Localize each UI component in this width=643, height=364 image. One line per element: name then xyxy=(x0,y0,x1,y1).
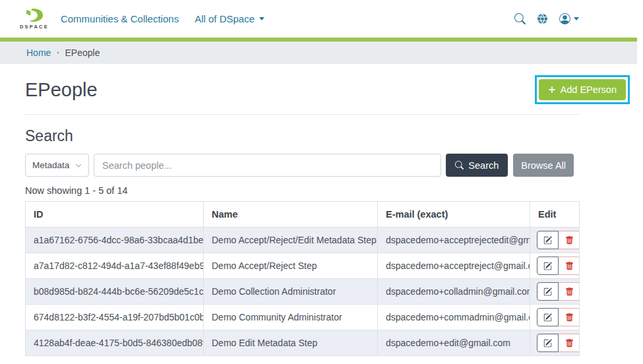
pencil-square-icon xyxy=(543,262,552,270)
eperson-name: Demo Accept/Reject Step xyxy=(204,253,378,279)
pencil-square-icon xyxy=(543,236,552,245)
eperson-name: Demo Community Administrator xyxy=(204,305,378,330)
table-row: 674d8122-b3f2-4554-a19f-207bd5b01c0b Dem… xyxy=(26,305,580,330)
trash-icon xyxy=(565,313,574,322)
breadcrumb-home-link[interactable]: Home xyxy=(26,47,51,58)
eperson-email: dspacedemo+colladmin@gmail.com xyxy=(378,279,530,305)
globe-icon[interactable] xyxy=(537,13,548,24)
search-heading: Search xyxy=(25,127,643,145)
search-scope-value: Metadata xyxy=(32,160,69,170)
search-scope-select[interactable]: Metadata xyxy=(25,154,89,177)
add-eperson-button[interactable]: Add EPerson xyxy=(539,79,626,100)
dspace-logo-text: DSPACE xyxy=(20,24,49,30)
epeople-table: ID Name E-mail (exact) Edit a1a67162-675… xyxy=(25,201,580,356)
eperson-name: Demo Accept/Reject/Edit Metadata Step xyxy=(204,228,378,253)
table-row: a1a67162-6756-4dcc-98a6-33bcaa4d1be6 Dem… xyxy=(26,228,580,253)
chevron-down-icon xyxy=(259,17,264,20)
header-divider xyxy=(25,114,579,115)
eperson-actions xyxy=(530,279,580,305)
page-header: EPeople Add EPerson xyxy=(25,75,630,104)
top-navbar: DSPACE Communities & Collections All of … xyxy=(0,0,643,38)
eperson-actions xyxy=(530,330,580,356)
user-menu[interactable] xyxy=(559,13,579,24)
edit-eperson-button[interactable] xyxy=(537,257,559,275)
breadcrumb-current: EPeople xyxy=(65,47,100,58)
search-form: Metadata Search Browse All xyxy=(25,154,574,177)
edit-eperson-button[interactable] xyxy=(537,334,559,352)
column-header-email: E-mail (exact) xyxy=(378,202,530,228)
eperson-email: dspacedemo+commadmin@gmail.com xyxy=(378,305,530,330)
eperson-id: a7a17d82-c812-494d-a1a7-43ef88f49eb9 xyxy=(26,253,204,279)
delete-eperson-button[interactable] xyxy=(559,231,580,249)
add-eperson-button-label: Add EPerson xyxy=(561,84,617,95)
navbar-icon-group xyxy=(514,13,579,24)
trash-icon xyxy=(565,288,574,296)
pencil-square-icon xyxy=(543,339,552,348)
search-button[interactable]: Search xyxy=(446,154,508,177)
column-header-edit: Edit xyxy=(530,202,580,228)
table-row: b08d985d-b824-444b-bc6e-56209de5c1cc Dem… xyxy=(26,279,580,305)
eperson-actions xyxy=(530,305,580,330)
pencil-square-icon xyxy=(543,313,552,322)
table-row: 4128ab4f-deae-4175-b0d5-846380edb08f Dem… xyxy=(26,330,580,356)
breadcrumb-separator: • xyxy=(57,49,59,56)
column-header-id: ID xyxy=(26,202,204,228)
main-content: EPeople Add EPerson Search Metadata Sear… xyxy=(0,75,643,364)
delete-eperson-button[interactable] xyxy=(559,282,580,301)
edit-eperson-button[interactable] xyxy=(537,282,559,301)
chevron-down-icon xyxy=(574,17,579,20)
delete-eperson-button[interactable] xyxy=(559,308,580,326)
edit-eperson-button[interactable] xyxy=(537,308,559,326)
eperson-email: dspacedemo+edit@gmail.com xyxy=(378,330,530,356)
search-input[interactable] xyxy=(94,154,441,177)
trash-icon xyxy=(565,262,574,270)
trash-icon xyxy=(565,339,574,348)
eperson-actions xyxy=(530,253,580,279)
plus-icon xyxy=(548,86,556,94)
chevron-down-icon xyxy=(75,162,82,169)
page-title: EPeople xyxy=(25,79,98,101)
dspace-logo-icon xyxy=(24,8,45,22)
pencil-square-icon xyxy=(543,288,552,296)
search-button-label: Search xyxy=(468,160,499,171)
search-icon[interactable] xyxy=(514,13,526,24)
main-nav: Communities & Collections All of DSpace xyxy=(61,13,264,24)
eperson-actions xyxy=(530,228,580,253)
eperson-name: Demo Collection Administrator xyxy=(204,279,378,305)
search-icon xyxy=(455,161,464,169)
table-header-row: ID Name E-mail (exact) Edit xyxy=(26,202,580,228)
user-icon xyxy=(559,13,570,24)
column-header-name: Name xyxy=(204,202,378,228)
eperson-email: dspacedemo+acceptreject@gmail.com xyxy=(378,253,530,279)
trash-icon xyxy=(565,236,574,245)
eperson-id: b08d985d-b824-444b-bc6e-56209de5c1cc xyxy=(26,279,204,305)
eperson-id: 4128ab4f-deae-4175-b0d5-846380edb08f xyxy=(26,330,204,356)
nav-all-of-dspace[interactable]: All of DSpace xyxy=(195,13,264,24)
edit-eperson-button[interactable] xyxy=(537,231,559,249)
delete-eperson-button[interactable] xyxy=(559,334,580,352)
nav-all-of-dspace-label: All of DSpace xyxy=(195,13,255,24)
delete-eperson-button[interactable] xyxy=(559,257,580,275)
nav-communities-collections[interactable]: Communities & Collections xyxy=(61,13,179,24)
eperson-id: 674d8122-b3f2-4554-a19f-207bd5b01c0b xyxy=(26,305,204,330)
browse-all-button[interactable]: Browse All xyxy=(513,154,574,177)
action-highlight-box: Add EPerson xyxy=(535,75,630,104)
eperson-email: dspacedemo+acceptrejectedit@gmail.com xyxy=(378,228,530,253)
nav-communities-collections-label: Communities & Collections xyxy=(61,13,179,24)
dspace-logo[interactable]: DSPACE xyxy=(20,8,49,30)
results-summary: Now showing 1 - 5 of 14 xyxy=(25,185,643,196)
eperson-name: Demo Edit Metadata Step xyxy=(204,330,378,356)
breadcrumb: Home • EPeople xyxy=(0,42,637,64)
table-row: a7a17d82-c812-494d-a1a7-43ef88f49eb9 Dem… xyxy=(26,253,580,279)
eperson-id: a1a67162-6756-4dcc-98a6-33bcaa4d1be6 xyxy=(26,228,204,253)
